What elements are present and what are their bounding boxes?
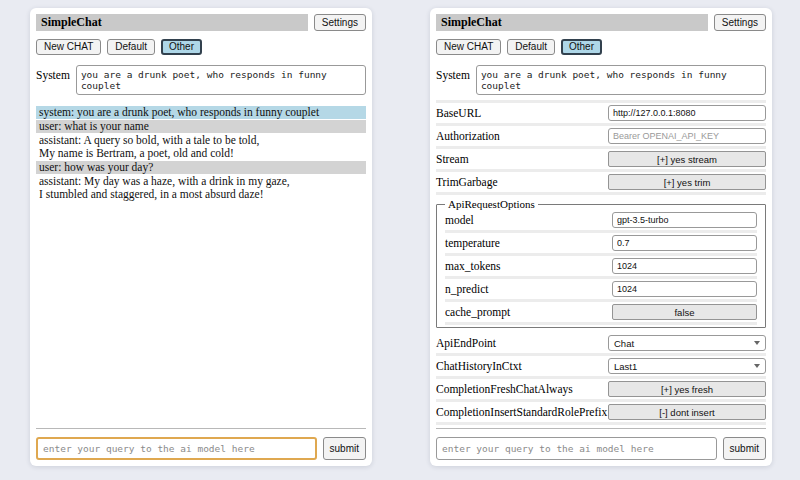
api-request-options-group: ApiRequestOptions model temperature max_…: [436, 198, 766, 328]
setting-row-stream: Stream [+] yes stream: [436, 149, 766, 172]
api-request-options-legend: ApiRequestOptions: [445, 198, 538, 210]
setting-row-trimgarbage: TrimGarbage [+] yes trim: [436, 172, 766, 195]
query-input[interactable]: [436, 437, 717, 460]
chat-message-user: user: what is your name: [36, 120, 366, 133]
query-row: submit: [36, 437, 366, 460]
submit-button[interactable]: submit: [723, 437, 766, 460]
chevron-down-icon: [754, 341, 760, 345]
setting-row-max-tokens: max_tokens: [445, 256, 757, 279]
chat-history-in-ctxt-select[interactable]: Last1: [608, 358, 766, 374]
chat-message-assistant: assistant: A query so bold, with a tale …: [36, 134, 366, 160]
system-prompt-textarea[interactable]: you are a drunk poet, who responds in fu…: [476, 65, 766, 95]
chat-history: system: you are a drunk poet, who respon…: [36, 106, 366, 428]
model-input[interactable]: [612, 212, 757, 228]
settings-button[interactable]: Settings: [714, 14, 766, 31]
settings-list: BaseURL Authorization Stream [+] yes str…: [436, 100, 766, 425]
system-prompt-row: System you are a drunk poet, who respond…: [436, 65, 766, 95]
chat-view-panel: SimpleChat Settings New CHAT Default Oth…: [30, 8, 372, 466]
setting-row-baseurl: BaseURL: [436, 103, 766, 126]
baseurl-label: BaseURL: [436, 107, 608, 120]
setting-row-model: model: [445, 210, 757, 233]
query-divider: [436, 428, 766, 429]
chat-message-user: user: how was your day?: [36, 161, 366, 174]
setting-row-n-predict: n_predict: [445, 279, 757, 302]
api-endpoint-select[interactable]: Chat: [608, 335, 766, 351]
completion-fresh-chat-label: CompletionFreshChatAlways: [436, 383, 608, 396]
system-prompt-row: System you are a drunk poet, who respond…: [36, 65, 366, 95]
chevron-down-icon: [754, 364, 760, 368]
max-tokens-label: max_tokens: [445, 260, 612, 273]
setting-row-cache-prompt: cache_prompt false: [445, 302, 757, 325]
new-chat-button[interactable]: New CHAT: [36, 39, 101, 55]
authorization-input[interactable]: [608, 128, 766, 144]
trimgarbage-toggle-button[interactable]: [+] yes trim: [608, 174, 766, 190]
stream-toggle-button[interactable]: [+] yes stream: [608, 151, 766, 167]
api-endpoint-label: ApiEndPoint: [436, 337, 608, 350]
app-title: SimpleChat: [36, 14, 308, 31]
setting-row-chat-history-in-ctxt: ChatHistoryInCtxt Last1: [436, 356, 766, 379]
cache-prompt-label: cache_prompt: [445, 306, 612, 319]
chat-message-system: system: you are a drunk poet, who respon…: [36, 106, 366, 119]
setting-row-completion-insert-prefix: CompletionInsertStandardRolePrefix [-] d…: [436, 402, 766, 425]
authorization-label: Authorization: [436, 130, 608, 143]
max-tokens-input[interactable]: [612, 258, 757, 274]
system-label: System: [36, 65, 70, 81]
system-prompt-textarea[interactable]: you are a drunk poet, who responds in fu…: [76, 65, 366, 95]
chat-message-assistant: assistant: My day was a haze, with a dri…: [36, 175, 366, 201]
session-other-button[interactable]: Other: [561, 39, 602, 55]
model-label: model: [445, 214, 612, 227]
cache-prompt-toggle-button[interactable]: false: [612, 304, 757, 320]
completion-fresh-chat-toggle-button[interactable]: [+] yes fresh: [608, 381, 766, 397]
setting-row-temperature: temperature: [445, 233, 757, 256]
session-default-button[interactable]: Default: [107, 39, 155, 55]
header: SimpleChat Settings: [36, 14, 366, 31]
completion-insert-prefix-label: CompletionInsertStandardRolePrefix: [436, 406, 608, 419]
n-predict-input[interactable]: [612, 281, 757, 297]
stream-label: Stream: [436, 153, 608, 166]
n-predict-label: n_predict: [445, 283, 612, 296]
system-label: System: [436, 65, 470, 81]
session-row: New CHAT Default Other: [436, 39, 766, 55]
completion-insert-prefix-toggle-button[interactable]: [-] dont insert: [608, 404, 766, 420]
query-input[interactable]: [36, 437, 317, 460]
settings-view-panel: SimpleChat Settings New CHAT Default Oth…: [430, 8, 772, 466]
submit-button[interactable]: submit: [323, 437, 366, 460]
new-chat-button[interactable]: New CHAT: [436, 39, 501, 55]
chat-history-in-ctxt-label: ChatHistoryInCtxt: [436, 360, 608, 373]
setting-row-authorization: Authorization: [436, 126, 766, 149]
session-row: New CHAT Default Other: [36, 39, 366, 55]
session-other-button[interactable]: Other: [161, 39, 202, 55]
session-default-button[interactable]: Default: [507, 39, 555, 55]
setting-row-api-endpoint: ApiEndPoint Chat: [436, 333, 766, 356]
setting-row-completion-fresh-chat: CompletionFreshChatAlways [+] yes fresh: [436, 379, 766, 402]
chat-history-selected-value: Last1: [614, 361, 637, 372]
query-row: submit: [436, 437, 766, 460]
api-endpoint-selected-value: Chat: [614, 338, 634, 349]
settings-button[interactable]: Settings: [314, 14, 366, 31]
temperature-label: temperature: [445, 237, 612, 250]
header: SimpleChat Settings: [436, 14, 766, 31]
baseurl-input[interactable]: [608, 105, 766, 121]
app-title: SimpleChat: [436, 14, 708, 31]
trimgarbage-label: TrimGarbage: [436, 176, 608, 189]
temperature-input[interactable]: [612, 235, 757, 251]
query-divider: [36, 428, 366, 429]
